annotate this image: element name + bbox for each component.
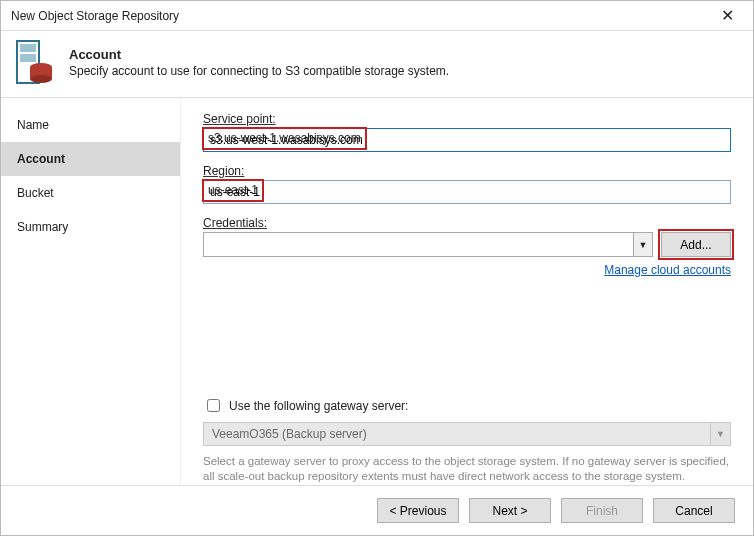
chevron-down-icon: ▼ xyxy=(711,422,731,446)
step-name[interactable]: Name xyxy=(1,108,180,142)
titlebar: New Object Storage Repository ✕ xyxy=(1,1,753,31)
region-input[interactable] xyxy=(203,180,731,204)
header-title: Account xyxy=(69,47,449,62)
service-point-highlight: s3.us-west-1.wasabisys.com xyxy=(202,127,367,150)
dialog-header: Account Specify account to use for conne… xyxy=(1,31,753,98)
add-credentials-button[interactable]: Add... xyxy=(661,232,731,257)
finish-button: Finish xyxy=(561,498,643,523)
svg-point-5 xyxy=(30,75,52,83)
dialog-body: Name Account Bucket Summary Service poin… xyxy=(1,98,753,485)
previous-button[interactable]: < Previous xyxy=(377,498,459,523)
window-title: New Object Storage Repository xyxy=(11,9,707,23)
close-icon[interactable]: ✕ xyxy=(707,2,747,30)
service-point-label: Service point: xyxy=(203,112,731,126)
credentials-combo[interactable]: ▼ xyxy=(203,232,653,257)
gateway-checkbox[interactable] xyxy=(207,399,220,412)
region-highlight: us-east-1 xyxy=(202,179,264,202)
chevron-down-icon[interactable]: ▼ xyxy=(634,232,653,257)
gateway-server-combo: ▼ xyxy=(203,422,731,446)
credentials-input[interactable] xyxy=(203,232,634,257)
step-bucket[interactable]: Bucket xyxy=(1,176,180,210)
header-text: Account Specify account to use for conne… xyxy=(69,47,449,78)
cancel-button[interactable]: Cancel xyxy=(653,498,735,523)
form-content: Service point: s3.us-west-1.wasabisys.co… xyxy=(181,98,753,485)
storage-icon xyxy=(15,39,55,85)
wizard-steps: Name Account Bucket Summary xyxy=(1,98,181,485)
next-button[interactable]: Next > xyxy=(469,498,551,523)
region-label: Region: xyxy=(203,164,731,178)
dialog-footer: < Previous Next > Finish Cancel xyxy=(1,485,753,535)
step-summary[interactable]: Summary xyxy=(1,210,180,244)
svg-rect-2 xyxy=(20,54,36,62)
svg-rect-1 xyxy=(20,44,36,52)
gateway-server-input xyxy=(203,422,711,446)
credentials-label: Credentials: xyxy=(203,216,731,230)
gateway-checkbox-label: Use the following gateway server: xyxy=(229,399,408,413)
gateway-section: Use the following gateway server: ▼ Sele… xyxy=(203,376,731,485)
step-account[interactable]: Account xyxy=(1,142,180,176)
gateway-hint: Select a gateway server to proxy access … xyxy=(203,454,731,485)
header-subtitle: Specify account to use for connecting to… xyxy=(69,64,449,78)
manage-accounts-link[interactable]: Manage cloud accounts xyxy=(604,263,731,277)
dialog-window: New Object Storage Repository ✕ Account … xyxy=(0,0,754,536)
